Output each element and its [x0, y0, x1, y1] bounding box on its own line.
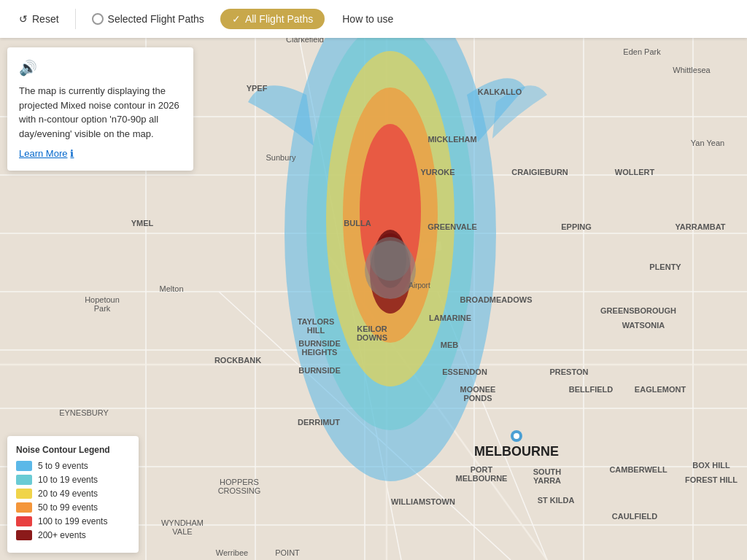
svg-text:FOREST HILL: FOREST HILL [685, 475, 738, 484]
svg-text:DERRIMUT: DERRIMUT [298, 418, 340, 427]
legend-item-label: 200+ events [38, 530, 86, 540]
legend-color-swatch [16, 530, 32, 540]
legend-color-swatch [16, 475, 32, 485]
how-to-use-label: How to use [342, 13, 393, 25]
legend-item-label: 20 to 49 events [38, 489, 98, 499]
svg-text:Melton: Melton [159, 284, 183, 293]
svg-text:Hopetoun: Hopetoun [85, 295, 120, 304]
svg-text:CROSSING: CROSSING [218, 486, 261, 495]
map-container: Clarkefield Eden Park Whittlesea YPEF KA… [0, 0, 747, 560]
svg-text:POINT: POINT [275, 548, 300, 557]
svg-text:BURNSIDE: BURNSIDE [298, 339, 340, 348]
svg-text:VALE: VALE [172, 527, 192, 536]
learn-more-link[interactable]: Learn More ℹ [19, 148, 182, 159]
svg-text:BROADMEADOWS: BROADMEADOWS [460, 295, 533, 304]
legend-color-swatch [16, 461, 32, 471]
reset-button[interactable]: ↺ Reset [12, 9, 66, 29]
svg-text:PLENTY: PLENTY [649, 262, 681, 271]
svg-text:Park: Park [94, 304, 111, 313]
svg-text:YPEF: YPEF [247, 84, 268, 93]
svg-text:DOWNS: DOWNS [357, 333, 387, 342]
legend-item-label: 100 to 199 events [38, 516, 107, 526]
nav-separator-1 [75, 9, 76, 29]
check-icon: ✓ [232, 13, 241, 25]
svg-text:ST KILDA: ST KILDA [538, 496, 575, 505]
svg-text:WILLIAMSTOWN: WILLIAMSTOWN [391, 497, 455, 506]
info-panel: 🔊 The map is currently displaying the pr… [7, 47, 193, 171]
sound-icon: 🔊 [19, 59, 182, 77]
selected-paths-option[interactable]: Selected Flight Paths [85, 9, 212, 29]
svg-point-33 [370, 237, 411, 281]
svg-text:MEB: MEB [441, 341, 459, 349]
info-icon: ℹ [70, 148, 74, 159]
svg-text:KEILOR: KEILOR [357, 324, 387, 333]
svg-text:PRESTON: PRESTON [550, 368, 589, 376]
svg-text:TAYLORS: TAYLORS [298, 317, 335, 326]
svg-text:BELLFIELD: BELLFIELD [569, 385, 614, 394]
selected-paths-label: Selected Flight Paths [108, 13, 204, 25]
all-paths-button[interactable]: ✓ All Flight Paths [220, 9, 325, 29]
learn-more-label: Learn More [19, 148, 67, 159]
svg-text:CRAIGIEBURN: CRAIGIEBURN [511, 168, 568, 176]
svg-text:HILL: HILL [307, 326, 325, 335]
svg-text:Werribee: Werribee [216, 548, 248, 557]
legend-item: 50 to 99 events [16, 502, 130, 513]
legend-item: 20 to 49 events [16, 489, 130, 499]
legend-color-swatch [16, 489, 32, 499]
svg-text:BULLA: BULLA [344, 219, 371, 228]
svg-text:YARRA: YARRA [533, 476, 561, 485]
svg-text:Yan Yean: Yan Yean [691, 139, 724, 147]
svg-text:HOPPERS: HOPPERS [220, 478, 259, 486]
svg-text:Whittlesea: Whittlesea [673, 66, 711, 74]
all-paths-label: All Flight Paths [245, 13, 313, 25]
svg-text:YARRAMBAT: YARRAMBAT [675, 222, 725, 231]
legend-item-label: 10 to 19 events [38, 475, 98, 485]
svg-text:MELBOURNE: MELBOURNE [474, 444, 559, 459]
svg-text:Eden Park: Eden Park [623, 47, 661, 56]
svg-text:EYNESBURY: EYNESBURY [59, 408, 109, 417]
svg-text:GREENVALE: GREENVALE [427, 222, 477, 231]
svg-text:Airport: Airport [409, 281, 430, 289]
info-text: The map is currently displaying the proj… [19, 84, 182, 141]
svg-text:YMEL: YMEL [131, 219, 154, 228]
legend-color-swatch [16, 502, 32, 513]
reset-icon: ↺ [19, 13, 28, 25]
svg-text:YUROKE: YUROKE [420, 168, 454, 176]
legend-item-label: 50 to 99 events [38, 502, 98, 513]
svg-text:CAMBERWELL: CAMBERWELL [609, 465, 667, 474]
svg-text:PORT: PORT [471, 465, 493, 474]
radio-circle-selected [92, 13, 104, 25]
svg-text:MICKLEHAM: MICKLEHAM [427, 135, 476, 144]
svg-text:SOUTH: SOUTH [533, 467, 562, 476]
svg-text:MELBOURNE: MELBOURNE [456, 474, 508, 483]
svg-text:ROCKBANK: ROCKBANK [214, 356, 261, 365]
reset-label: Reset [32, 13, 59, 25]
svg-text:Sunbury: Sunbury [266, 153, 296, 162]
how-to-use-button[interactable]: How to use [333, 9, 402, 29]
legend-item: 10 to 19 events [16, 475, 130, 485]
svg-point-93 [514, 433, 519, 439]
svg-text:HEIGHTS: HEIGHTS [302, 348, 338, 357]
svg-text:EAGLEMONT: EAGLEMONT [635, 385, 686, 394]
svg-text:LAMARINE: LAMARINE [429, 314, 471, 322]
legend-item: 200+ events [16, 530, 130, 540]
svg-text:BURNSIDE: BURNSIDE [298, 366, 340, 375]
legend-color-swatch [16, 516, 32, 526]
legend-title: Noise Contour Legend [16, 445, 130, 455]
legend-item: 5 to 9 events [16, 461, 130, 471]
legend-items: 5 to 9 events10 to 19 events20 to 49 eve… [16, 461, 130, 540]
svg-text:WOLLERT: WOLLERT [615, 168, 655, 176]
svg-text:GREENSBOROUGH: GREENSBOROUGH [600, 306, 676, 315]
svg-text:KALKALLO: KALKALLO [478, 88, 522, 96]
svg-text:WATSONIA: WATSONIA [622, 321, 665, 330]
legend-item-label: 5 to 9 events [38, 461, 88, 471]
top-nav: ↺ Reset Selected Flight Paths ✓ All Flig… [0, 0, 747, 38]
svg-text:PONDS: PONDS [463, 394, 492, 402]
legend-item: 100 to 199 events [16, 516, 130, 526]
svg-text:CAULFIELD: CAULFIELD [612, 512, 657, 521]
svg-text:EPPING: EPPING [561, 222, 592, 231]
svg-text:ESSENDON: ESSENDON [442, 368, 487, 376]
svg-text:MOONEE: MOONEE [460, 385, 496, 394]
svg-text:BOX HILL: BOX HILL [692, 461, 730, 470]
svg-text:WYNDHAM: WYNDHAM [161, 518, 204, 527]
